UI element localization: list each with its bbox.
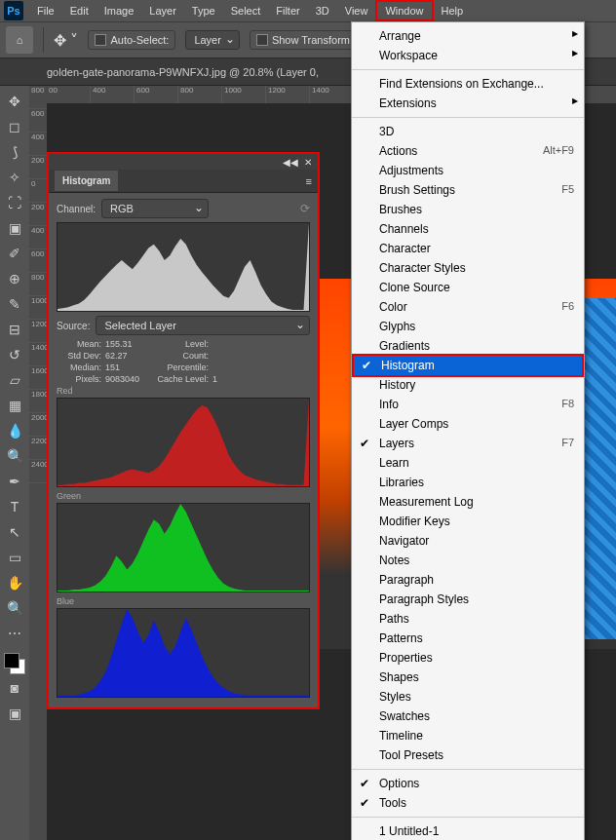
brush-tool[interactable]: ✎ [3, 292, 26, 316]
menu-item-history[interactable]: History [352, 375, 584, 395]
lasso-tool[interactable]: ⟆ [3, 140, 26, 164]
separator [43, 27, 44, 53]
shape-tool[interactable]: ▭ [3, 546, 26, 569]
crop-tool[interactable]: ⛶ [3, 191, 26, 214]
pen-tool[interactable]: ✒ [3, 470, 26, 493]
histogram-luminance [57, 222, 310, 312]
histogram-red [57, 398, 310, 487]
quickmask-tool[interactable]: ◙ [3, 676, 26, 700]
menu-layer[interactable]: Layer [141, 2, 184, 19]
menu-item-find-extensions-on-exchange-[interactable]: Find Extensions on Exchange... [352, 74, 584, 94]
zoom-tool[interactable]: 🔍 [3, 596, 26, 620]
dodge-tool[interactable]: 🔍 [3, 444, 26, 468]
menu-item-brushes[interactable]: Brushes [352, 200, 584, 219]
auto-select-label: Auto-Select: [110, 34, 169, 46]
menu-item-clone-source[interactable]: Clone Source [352, 278, 584, 297]
home-button[interactable]: ⌂ [6, 26, 33, 54]
menu-item-arrange[interactable]: Arrange▶ [352, 26, 584, 46]
menu-item-1-untitled-1[interactable]: 1 Untitled-1 [352, 821, 584, 840]
show-transform-checkbox[interactable]: Show Transform C [250, 30, 367, 50]
frame-tool[interactable]: ▣ [3, 216, 26, 240]
menu-image[interactable]: Image [96, 2, 142, 19]
color-swatch[interactable] [4, 653, 25, 674]
menu-item-layer-comps[interactable]: Layer Comps [352, 414, 584, 434]
menu-item-color[interactable]: ColorF6 [352, 297, 584, 317]
menu-view[interactable]: View [337, 2, 376, 19]
menu-filter[interactable]: Filter [268, 2, 307, 19]
wand-tool[interactable]: ✧ [3, 166, 26, 189]
source-select[interactable]: Selected Layer [96, 316, 310, 335]
menu-item-shapes[interactable]: Shapes [352, 668, 584, 687]
menu-item-notes[interactable]: Notes [352, 551, 584, 570]
menu-3d[interactable]: 3D [308, 2, 337, 19]
gradient-tool[interactable]: ▦ [3, 394, 26, 417]
close-icon[interactable]: ✕ [304, 157, 312, 168]
heal-tool[interactable]: ⊕ [3, 267, 26, 290]
move-tool-icon[interactable]: ✥ ˅ [54, 31, 78, 50]
menu-item-glyphs[interactable]: Glyphs [352, 317, 584, 336]
menu-item-paragraph-styles[interactable]: Paragraph Styles [352, 590, 584, 609]
menu-item-character[interactable]: Character [352, 239, 584, 258]
marquee-tool[interactable]: ◻ [3, 115, 26, 138]
type-tool[interactable]: T [3, 495, 26, 518]
menu-file[interactable]: File [29, 2, 62, 19]
menu-item-tools[interactable]: ✔Tools [352, 793, 584, 813]
menu-item-gradients[interactable]: Gradients [352, 336, 584, 356]
eyedropper-tool[interactable]: ✐ [3, 242, 26, 265]
menu-item-libraries[interactable]: Libraries [352, 473, 584, 492]
menu-item-brush-settings[interactable]: Brush SettingsF5 [352, 180, 584, 200]
menu-item-workspace[interactable]: Workspace▶ [352, 46, 584, 65]
menu-item-paragraph[interactable]: Paragraph [352, 570, 584, 590]
menu-item-3d[interactable]: 3D [352, 122, 584, 141]
eraser-tool[interactable]: ▱ [3, 368, 26, 392]
panel-menu-icon[interactable]: ≡ [306, 175, 312, 187]
menu-item-histogram[interactable]: ✔Histogram [352, 354, 584, 377]
menu-item-options[interactable]: ✔Options [352, 774, 584, 793]
menu-item-measurement-log[interactable]: Measurement Log [352, 492, 584, 512]
menu-item-character-styles[interactable]: Character Styles [352, 258, 584, 278]
menu-item-paths[interactable]: Paths [352, 609, 584, 629]
channel-select[interactable]: RGB [101, 199, 209, 218]
menu-type[interactable]: Type [184, 2, 223, 19]
collapse-icon[interactable]: ◀◀ [283, 157, 298, 168]
menu-select[interactable]: Select [223, 2, 269, 19]
menu-item-navigator[interactable]: Navigator [352, 531, 584, 551]
layer-select[interactable]: Layer [185, 30, 240, 50]
menu-item-styles[interactable]: Styles [352, 687, 584, 706]
menu-help[interactable]: Help [434, 2, 472, 19]
histogram-stats: Mean:155.31 Level: Std Dev:62.27 Count: … [57, 339, 310, 384]
menu-item-channels[interactable]: Channels [352, 219, 584, 239]
menu-item-info[interactable]: InfoF8 [352, 395, 584, 414]
menu-window[interactable]: Window [375, 0, 433, 21]
panel-header[interactable]: ◀◀ ✕ [49, 154, 318, 170]
auto-select-checkbox[interactable]: Auto-Select: [88, 30, 175, 50]
move-tool[interactable]: ✥ [3, 90, 26, 113]
menu-item-tool-presets[interactable]: Tool Presets [352, 745, 584, 765]
menu-item-properties[interactable]: Properties [352, 648, 584, 668]
history-brush-tool[interactable]: ↺ [3, 343, 26, 366]
path-tool[interactable]: ↖ [3, 520, 26, 544]
menu-item-timeline[interactable]: Timeline [352, 726, 584, 745]
document-tab[interactable]: golden-gate-panorama-P9WNFXJ.jpg @ 20.8%… [39, 66, 330, 78]
hand-tool[interactable]: ✋ [3, 571, 26, 594]
screenmode-tool[interactable]: ▣ [3, 702, 26, 725]
stamp-tool[interactable]: ⊟ [3, 318, 26, 341]
menu-edit[interactable]: Edit [62, 2, 96, 19]
window-menu-dropdown: Arrange▶Workspace▶Find Extensions on Exc… [351, 21, 585, 840]
menu-item-layers[interactable]: ✔LayersF7 [352, 434, 584, 453]
menu-item-patterns[interactable]: Patterns [352, 629, 584, 648]
more-tools[interactable]: ⋯ [3, 622, 26, 645]
home-icon: ⌂ [17, 34, 23, 46]
refresh-icon[interactable]: ⟳ [300, 202, 310, 215]
histogram-panel: ◀◀ ✕ Histogram ≡ Channel: RGB ⟳ Source: … [47, 152, 320, 709]
menu-item-adjustments[interactable]: Adjustments [352, 161, 584, 180]
menu-item-actions[interactable]: ActionsAlt+F9 [352, 141, 584, 161]
histogram-green [57, 503, 310, 592]
blur-tool[interactable]: 💧 [3, 419, 26, 442]
source-label: Source: [57, 321, 90, 331]
menu-item-modifier-keys[interactable]: Modifier Keys [352, 512, 584, 531]
menu-item-swatches[interactable]: Swatches [352, 706, 584, 726]
menu-item-learn[interactable]: Learn [352, 453, 584, 473]
menu-item-extensions[interactable]: Extensions▶ [352, 94, 584, 113]
histogram-tab[interactable]: Histogram [55, 171, 118, 191]
